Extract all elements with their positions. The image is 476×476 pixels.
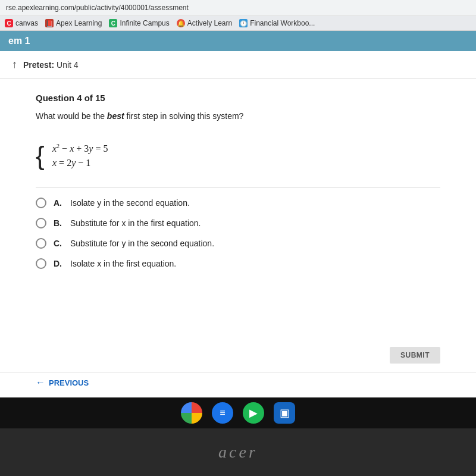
answer-option-a[interactable]: A. Isolate y in the second equation.	[36, 198, 440, 208]
submit-button[interactable]: SUBMIT	[390, 347, 440, 364]
page-header: em 1	[0, 31, 476, 51]
main-content: ↑ Pretest: Unit 4 Question 4 of 15 What …	[0, 51, 476, 397]
previous-label: PREVIOUS	[49, 378, 89, 387]
tab-financial-label: Financial Workboo...	[250, 19, 315, 27]
infinite-icon: C	[109, 19, 117, 27]
bottom-actions: SUBMIT	[0, 340, 476, 369]
play-icon[interactable]: ▶	[243, 402, 264, 424]
radio-b[interactable]	[36, 218, 46, 228]
bottom-strip: acer	[0, 428, 476, 476]
tab-apex-label: Apex Learning	[56, 19, 102, 27]
math-brace: {	[36, 143, 45, 169]
answer-text-d: Isolate x in the first equation.	[70, 259, 176, 268]
files-icon[interactable]: ≡	[212, 402, 233, 424]
browser-tabs: C canvas 📕 Apex Learning C Infinite Camp…	[0, 16, 476, 31]
nav-bar[interactable]: ← PREVIOUS	[0, 372, 476, 397]
question-text: What would be the best first step in sol…	[36, 110, 440, 123]
tab-canvas-label: canvas	[15, 19, 38, 27]
math-system: { x2 − x + 3y = 5 x = 2y − 1	[48, 143, 108, 168]
answer-label-b: B.	[54, 218, 63, 228]
pretest-icon: ↑	[12, 58, 17, 71]
radio-c[interactable]	[36, 238, 46, 249]
financial-icon: 🕛	[239, 19, 248, 27]
math-eq2: x = 2y − 1	[52, 158, 108, 168]
answer-text-c: Substitute for y in the second equation.	[70, 239, 214, 248]
answer-label-c: C.	[54, 239, 63, 248]
tab-apex[interactable]: 📕 Apex Learning	[45, 19, 102, 27]
answer-option-d[interactable]: D. Isolate x in the first equation.	[36, 258, 440, 269]
tab-activelearn[interactable]: 🔔 Actively Learn	[177, 19, 232, 27]
url-text: rse.apexlearning.com/public/activity/400…	[6, 4, 189, 12]
apex-icon: 📕	[45, 19, 54, 27]
answer-label-a: A.	[54, 198, 63, 208]
answer-text-a: Isolate y in the second equation.	[70, 198, 190, 208]
radio-a[interactable]	[36, 198, 46, 208]
tab-infinite[interactable]: C Infinite Campus	[109, 19, 169, 27]
math-eq1: x2 − x + 3y = 5	[52, 143, 108, 154]
tab-financial[interactable]: 🕛 Financial Workboo...	[239, 19, 315, 27]
page-header-text: em 1	[8, 36, 30, 46]
answer-text-b: Substitute for x in the first equation.	[70, 218, 201, 228]
canvas-icon: C	[5, 19, 13, 27]
radio-d[interactable]	[36, 258, 46, 269]
taskbar: ≡ ▶ ▣	[0, 397, 476, 428]
answer-option-b[interactable]: B. Substitute for x in the first equatio…	[36, 218, 440, 228]
answer-label-d: D.	[54, 259, 63, 268]
pretest-label: Pretest: Unit 4	[23, 60, 79, 70]
math-equations: x2 − x + 3y = 5 x = 2y − 1	[48, 143, 108, 168]
acer-logo: acer	[218, 443, 258, 462]
previous-arrow-icon: ←	[36, 377, 45, 388]
pretest-header: ↑ Pretest: Unit 4	[0, 51, 476, 79]
divider	[36, 187, 440, 188]
tab-infinite-label: Infinite Campus	[120, 19, 169, 27]
tab-activelearn-label: Actively Learn	[187, 19, 232, 27]
blue-box-icon[interactable]: ▣	[274, 402, 295, 424]
question-container: Question 4 of 15 What would be the best …	[0, 79, 476, 340]
answer-options: A. Isolate y in the second equation. B. …	[36, 198, 440, 269]
question-number: Question 4 of 15	[36, 93, 440, 103]
browser-url-bar[interactable]: rse.apexlearning.com/public/activity/400…	[0, 0, 476, 16]
tab-canvas[interactable]: C canvas	[5, 19, 38, 27]
answer-option-c[interactable]: C. Substitute for y in the second equati…	[36, 238, 440, 249]
chrome-icon[interactable]	[181, 402, 202, 424]
activelearn-icon: 🔔	[177, 19, 185, 27]
